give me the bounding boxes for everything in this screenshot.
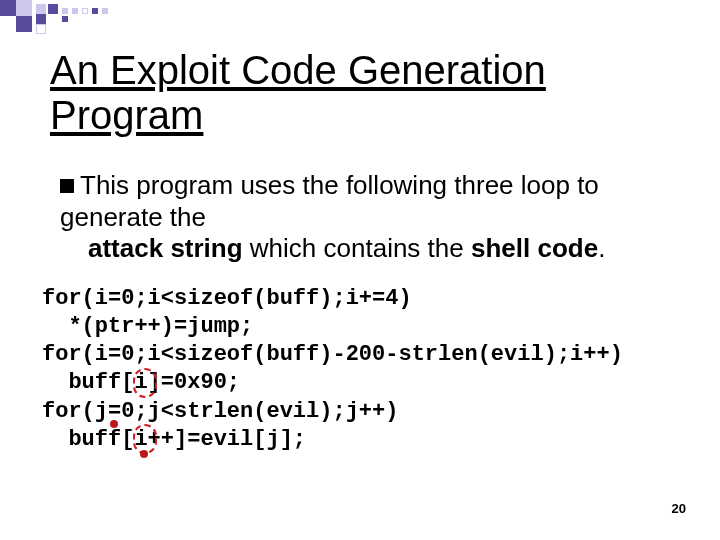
code-line-5: for(j=0;j<strlen(evil);j++) <box>42 399 398 424</box>
title-line-2: Program <box>50 93 203 137</box>
body-pre: This program uses the following three lo… <box>60 170 599 232</box>
body-bullet: This program uses the following three lo… <box>60 170 690 265</box>
code-line-4: buff[i]=0x90; <box>42 370 240 395</box>
code-line-2: *(ptr++)=jump; <box>42 314 253 339</box>
bullet-square-icon <box>60 179 74 193</box>
body-mid: which contains the <box>243 233 471 263</box>
slide-title: An Exploit Code Generation Program <box>50 48 546 138</box>
page-number: 20 <box>672 501 686 516</box>
body-bold-1: attack string <box>88 233 243 263</box>
title-line-1: An Exploit Code Generation <box>50 48 546 92</box>
code-line-6: buff[i++]=evil[j]; <box>42 427 306 452</box>
code-line-1: for(i=0;i<sizeof(buff);i+=4) <box>42 286 412 311</box>
decoration-squares <box>0 0 160 40</box>
body-bold-2: shell code <box>471 233 598 263</box>
code-block: for(i=0;i<sizeof(buff);i+=4) *(ptr++)=ju… <box>42 285 700 454</box>
code-line-3: for(i=0;i<sizeof(buff)-200-strlen(evil);… <box>42 342 623 367</box>
body-post: . <box>598 233 605 263</box>
